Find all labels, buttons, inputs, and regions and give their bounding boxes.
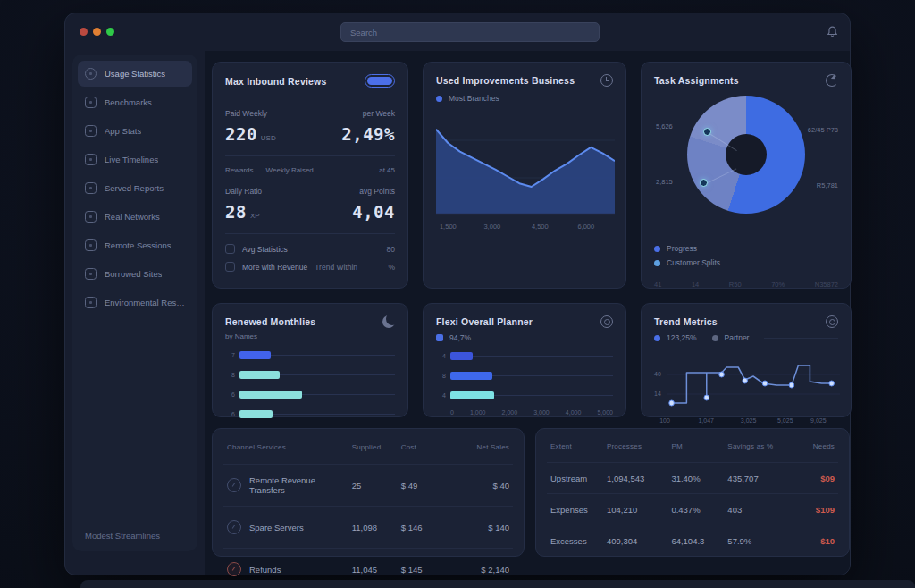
clock-icon	[85, 68, 97, 80]
legend-dot	[436, 96, 442, 102]
card-title: Renewed Monthlies	[225, 316, 315, 327]
mid-right: at 45	[379, 166, 395, 174]
data-point[interactable]	[762, 381, 768, 386]
toggle-knob	[367, 77, 392, 85]
bar[interactable]	[450, 372, 492, 380]
accent-cell: $09	[795, 474, 835, 483]
bar-track	[239, 370, 395, 379]
axis-tick-label: 9,025	[810, 417, 827, 424]
bar[interactable]	[239, 391, 302, 399]
data-point[interactable]	[829, 381, 835, 386]
table-row[interactable]: Spare Servers11,098$ 146$ 140	[223, 506, 513, 548]
data-point[interactable]	[669, 400, 675, 406]
data-point[interactable]	[743, 378, 748, 383]
sidebar-item-borrowed-sites[interactable]: Borrowed Sites	[78, 261, 192, 287]
grid-icon	[85, 97, 97, 108]
axis-tick-label: 4,500	[532, 223, 549, 231]
bar-row: 8	[225, 365, 395, 384]
axis-tick-label: 6	[225, 411, 235, 417]
table-row[interactable]: Upstream1,094,54331.40%435,707$09	[547, 462, 838, 493]
search-input[interactable]	[340, 22, 600, 42]
stat-value: 220	[225, 124, 257, 144]
step-chart-svg	[667, 351, 840, 414]
cell: $ 140	[450, 523, 509, 533]
axis-tick-label: 1,500	[440, 223, 457, 231]
table-expenses: ExtentProcessesPMSavings as %NeedsUpstre…	[535, 428, 850, 557]
legend-dot	[654, 260, 660, 266]
bar-track	[239, 350, 395, 359]
zoom-button[interactable]	[106, 28, 114, 36]
bar-row: 4	[436, 346, 613, 365]
main-content: Max Inbound Reviews Paid Weekly 220USD p…	[205, 51, 850, 575]
titlebar	[65, 13, 850, 51]
cell: 104,210	[607, 505, 671, 515]
sidebar-item-live-timelines[interactable]: Live Timelines	[78, 147, 192, 172]
history-icon	[227, 520, 241, 534]
table-row[interactable]: Remote Revenue Transfers25$ 49$ 40	[223, 464, 513, 506]
stat-value: 4,04	[352, 202, 395, 222]
bar[interactable]	[239, 371, 280, 379]
footer-label: Avg Statistics	[242, 245, 288, 254]
donut-legend-item: Customer Splits	[654, 258, 838, 267]
moon-icon[interactable]	[382, 315, 395, 328]
bar[interactable]	[450, 352, 473, 360]
accent-cell: $109	[795, 505, 835, 515]
axis-tick-label: 40	[654, 371, 661, 377]
bar[interactable]	[239, 410, 273, 418]
sidebar-item-app-stats[interactable]: App Stats	[78, 118, 192, 144]
sidebar-item-served-reports[interactable]: Served Reports	[78, 175, 192, 201]
axis-tick-label: 100	[659, 417, 670, 424]
donut	[687, 96, 805, 214]
stat-avg-points: avg Points 4,04	[352, 187, 395, 222]
sidebar: Usage StatisticsBenchmarksApp StatsLive …	[72, 55, 197, 551]
table-row[interactable]: Expenses104,2100.437%403$109	[547, 493, 838, 525]
target-icon[interactable]	[600, 315, 613, 328]
axis-tick-label: 0	[450, 409, 454, 416]
donut-label: 5,626	[656, 122, 673, 130]
card-assignments: Task Assignments 5,626 2,815 62/45 P78 R…	[641, 62, 852, 289]
donut-chart: 5,626 2,815 62/45 P78 R5,781	[654, 88, 838, 242]
cell: Upstream	[550, 474, 607, 483]
sidebar-item-label: Borrowed Sites	[105, 269, 162, 279]
stat-box-icon	[225, 244, 235, 254]
data-point[interactable]	[704, 395, 709, 400]
stat-unit: XP	[250, 212, 260, 220]
footer-row: Avg Statistics 80	[225, 244, 395, 254]
cell: 1,094,543	[607, 474, 671, 483]
donut-marker[interactable]	[703, 128, 711, 136]
bar[interactable]	[450, 391, 494, 399]
stat-label: avg Points	[352, 187, 395, 196]
row-name: Spare Servers	[249, 523, 304, 533]
sidebar-item-label: Usage Statistics	[105, 69, 165, 79]
bell-icon[interactable]	[826, 25, 839, 38]
donut-marker[interactable]	[700, 179, 708, 187]
toggle-switch[interactable]	[365, 74, 395, 88]
divider	[225, 233, 395, 234]
table-row[interactable]: Excesses409,30464,104.357.9%$10	[547, 525, 838, 556]
card-title: Trend Metrics	[654, 316, 718, 327]
close-button[interactable]	[80, 28, 88, 36]
data-point[interactable]	[789, 382, 794, 388]
legend-label: Customer Splits	[667, 258, 720, 267]
axis-tick-label: 6	[225, 391, 235, 398]
row-name-cell: Spare Servers	[227, 520, 352, 534]
sidebar-item-real-networks[interactable]: Real Networks	[78, 204, 192, 230]
bar[interactable]	[239, 351, 271, 359]
cell: 409,304	[607, 536, 671, 546]
clock-icon[interactable]	[600, 74, 613, 87]
sidebar-item-remote-sessions[interactable]: Remote Sessions	[78, 232, 192, 258]
sidebar-item-environmental-resources[interactable]: Environmental Resources	[78, 290, 192, 315]
target-icon[interactable]	[826, 315, 838, 328]
minimize-button[interactable]	[93, 28, 101, 36]
bar-row: 6	[225, 384, 395, 404]
data-point[interactable]	[719, 372, 725, 377]
footer-stat: R50	[729, 281, 742, 289]
refresh-icon[interactable]	[826, 74, 838, 87]
bar-chart: 7866	[225, 345, 395, 424]
donut-legend: ProgressCustomer Splits	[654, 244, 838, 267]
sidebar-item-benchmarks[interactable]: Benchmarks	[78, 89, 192, 115]
sidebar-item-usage-statistics[interactable]: Usage Statistics	[78, 61, 192, 87]
stat-label: Paid Weekly	[225, 109, 276, 118]
axis-tick-label: 3,025	[741, 417, 757, 424]
card-reviews: Max Inbound Reviews Paid Weekly 220USD p…	[212, 62, 408, 289]
